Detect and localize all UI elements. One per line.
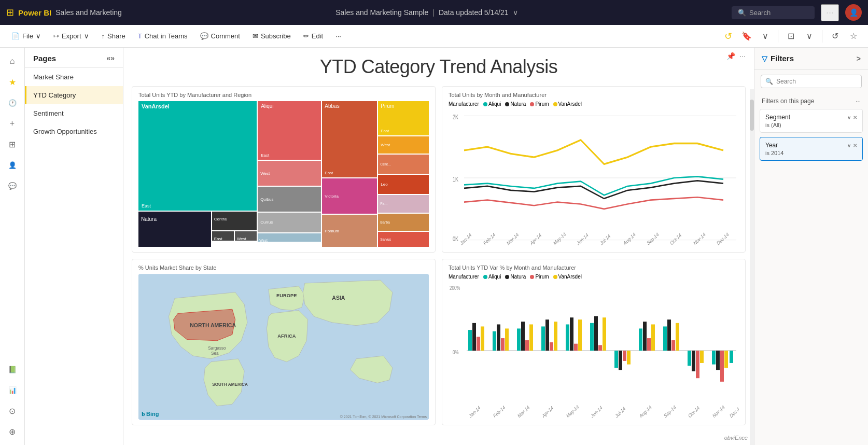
nav-favorites[interactable]: ★	[3, 73, 22, 91]
treemap-cell-salvus[interactable]: Salvus	[378, 232, 429, 247]
filter-year-chevron[interactable]: ∨	[847, 143, 851, 148]
treemap-cell-currus[interactable]: Currus	[258, 213, 321, 232]
pin-icon[interactable]: 📌	[726, 52, 735, 60]
nav-reports[interactable]: 📊	[3, 381, 22, 399]
map-copyright: © 2021 TomTom, © 2021 Microsoft Corporat…	[340, 415, 427, 419]
treemap-cell-leo[interactable]: Leo	[378, 175, 429, 194]
top-bar: ⊞ Power BI Sales and Marketing Sales and…	[0, 0, 868, 25]
filters-search-box[interactable]: 🔍	[761, 75, 862, 88]
svg-rect-72	[724, 351, 728, 368]
page-item-sentiment[interactable]: Sentiment	[25, 104, 123, 122]
toolbar-more-button[interactable]: ···	[330, 30, 346, 43]
treemap-body[interactable]: VanArsdel East Natura Centra	[138, 101, 429, 247]
scrollbar-thumb[interactable]	[750, 100, 754, 131]
svg-rect-63	[671, 340, 675, 351]
bookmark-chevron-button[interactable]: ∨	[757, 28, 774, 45]
svg-text:1K: 1K	[453, 175, 458, 183]
filters-section-title: Filters on this page ···	[754, 93, 868, 107]
treemap-cell-fa[interactable]: Fa...	[378, 195, 429, 212]
bar-legend-vanarsdel: VanArsdel	[553, 274, 582, 280]
chevron-down-icon[interactable]: ∨	[513, 8, 518, 17]
filter-card-year[interactable]: Year ∨ ✕ is 2014	[760, 137, 863, 161]
treemap-cell-victoria[interactable]: Victoria	[322, 178, 377, 214]
svg-rect-38	[521, 322, 525, 351]
nav-recent[interactable]: 🕐	[3, 93, 22, 112]
treemap-cell-cent[interactable]: Cent...	[378, 155, 429, 174]
pages-collapse-button[interactable]: «»	[104, 53, 117, 63]
page-item-growth-opportunities[interactable]: Growth Opportunities	[25, 122, 123, 141]
edit-button[interactable]: ✏ Edit	[298, 30, 328, 43]
comment-button[interactable]: 💬 Comment	[195, 30, 245, 43]
treemap-cell-pirum[interactable]: Pirum East	[378, 101, 429, 135]
global-search-box[interactable]: 🔍 Search	[732, 6, 815, 19]
nav-create[interactable]: +	[3, 114, 22, 133]
treemap-cell-east[interactable]: East	[212, 231, 234, 241]
nav-messages[interactable]: 💬	[3, 176, 22, 195]
filters-search-input[interactable]	[776, 78, 857, 85]
treemap-cell-aliqui-west[interactable]: West	[258, 161, 321, 186]
treemap-cell-barba[interactable]: Barba	[378, 214, 429, 231]
refresh-button[interactable]: ↺	[720, 28, 736, 45]
treemap-cell-natura[interactable]: Natura	[138, 212, 211, 247]
svg-rect-42	[545, 319, 549, 351]
treemap-cell-aliqui-east[interactable]: Aliqui East	[258, 101, 321, 160]
share-button[interactable]: ↑ Share	[96, 30, 131, 43]
filters-section-more[interactable]: ···	[856, 98, 861, 105]
bar-legend-aliqui: Aliqui	[483, 274, 501, 280]
export-button[interactable]: ↦ Export ∨	[48, 30, 94, 43]
map-panel: % Units Market Share by State	[132, 259, 436, 425]
bookmark-button[interactable]: 🔖	[738, 28, 755, 45]
chat-teams-button[interactable]: T Chat in Teams	[133, 30, 193, 43]
view-chevron-button[interactable]: ∨	[801, 28, 818, 45]
canvas-more-button[interactable]: ···	[739, 52, 746, 60]
reset-button[interactable]: ↺	[827, 28, 843, 45]
star-button[interactable]: ☆	[845, 28, 862, 45]
nav-apps[interactable]: ⊞	[3, 135, 22, 154]
treemap-cell-vanarsdel-east[interactable]: VanArsdel East	[138, 101, 257, 211]
bar-chart-body[interactable]: 200% 0%	[449, 282, 739, 420]
nav-dataflows[interactable]: ⊙	[3, 401, 22, 420]
filter-segment-chevron[interactable]: ∨	[847, 115, 851, 120]
filter-card-segment[interactable]: Segment ∨ ✕ is (All)	[760, 109, 863, 133]
filter-year-clear[interactable]: ✕	[853, 143, 857, 148]
map-title: % Units Market Share by State	[138, 265, 429, 271]
treemap-cell-west-small[interactable]: West	[235, 231, 257, 241]
subscribe-button[interactable]: ✉ Subscribe	[247, 30, 296, 43]
svg-rect-57	[639, 328, 642, 351]
svg-text:0K: 0K	[453, 235, 458, 243]
svg-rect-59	[647, 338, 651, 351]
filter-segment-clear[interactable]: ✕	[853, 115, 857, 120]
nav-external[interactable]: ⊕	[3, 422, 22, 441]
nav-learn[interactable]: 📗	[3, 360, 22, 379]
page-item-ytd-category[interactable]: YTD Category	[25, 86, 123, 104]
nav-people[interactable]: 👤	[3, 156, 22, 174]
teams-icon: T	[138, 32, 142, 40]
page-item-market-share[interactable]: Market Share	[25, 68, 123, 86]
treemap-cell-central[interactable]: Central	[212, 212, 257, 230]
svg-rect-55	[623, 351, 626, 361]
report-name: Sales and Marketing Sample	[335, 8, 428, 17]
line-chart-svg: 2K 1K 0K	[449, 109, 739, 247]
grid-icon[interactable]: ⊞	[6, 7, 14, 18]
map-body[interactable]: NORTH AMERICA EUROPE ASIA AFRICA SOUTH A…	[138, 274, 429, 420]
more-button[interactable]: ···	[821, 4, 839, 21]
nav-home[interactable]: ⌂	[3, 52, 22, 71]
filters-search-icon: 🔍	[765, 78, 773, 85]
treemap-cell-abbas[interactable]: Abbas East	[322, 101, 377, 177]
treemap-cell-west3[interactable]: West	[378, 136, 429, 154]
treemap-cell-quibus[interactable]: Quibus	[258, 187, 321, 212]
treemap-cell-pomum[interactable]: Pomum	[322, 215, 377, 247]
content-scrollbar[interactable]	[750, 89, 754, 445]
svg-rect-36	[505, 328, 509, 351]
avatar[interactable]: 👤	[845, 4, 862, 21]
edit-icon: ✏	[303, 32, 309, 40]
file-button[interactable]: 📄 File ∨	[6, 30, 46, 43]
view-button[interactable]: ⊡	[782, 28, 799, 45]
filters-expand-button[interactable]: >	[857, 54, 861, 63]
svg-text:Dec-14: Dec-14	[716, 231, 730, 246]
line-chart-body[interactable]: 2K 1K 0K	[449, 109, 739, 247]
svg-text:ASIA: ASIA	[332, 295, 345, 301]
map-container[interactable]: NORTH AMERICA EUROPE ASIA AFRICA SOUTH A…	[138, 274, 429, 420]
treemap-cell-west2[interactable]: West	[258, 233, 321, 242]
svg-text:Dec-14: Dec-14	[729, 404, 739, 419]
